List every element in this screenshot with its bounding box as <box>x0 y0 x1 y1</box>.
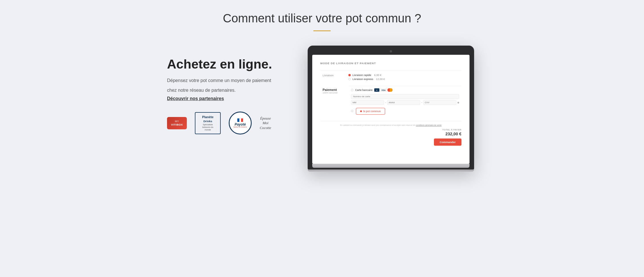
page-title: Comment utiliser votre pot commun ? <box>167 11 477 25</box>
laptop-screen: MODE DE LIVRAISON ET PAIEMENT Livraison … <box>312 55 470 164</box>
radio-express <box>348 78 351 80</box>
partner-payote: Payoté MADE IN FRANCE <box>229 112 252 134</box>
pot-commun-button[interactable]: le pot commun <box>356 108 385 115</box>
section-desc-1: Dépensez votre pot comme un moyen de pai… <box>167 77 288 84</box>
mastercard-icon <box>387 88 393 92</box>
title-underline <box>313 30 331 31</box>
option-rapide[interactable]: Livraison rapide 6,00 € <box>348 74 459 77</box>
option-express[interactable]: Livraison express 12,00 € <box>348 78 459 81</box>
payment-sub-label: 100% sécurisé <box>323 91 342 94</box>
card-chip-icon: ■ <box>374 88 379 92</box>
screen-section-title: MODE DE LIVRAISON ET PAIEMENT <box>320 62 461 65</box>
partner-script: Épouse Moi Cocotte <box>260 116 271 130</box>
radio-rapide <box>348 74 351 76</box>
visa-icon: VISA <box>380 88 387 92</box>
screen-footer: En validant la commande je déclare avoir… <box>320 121 461 146</box>
partners-link[interactable]: Découvrir nos partenaires <box>167 96 224 101</box>
card-month-input[interactable] <box>351 100 384 105</box>
partners-row: MY VITIBOX Planète Drinks Spécialiste bo… <box>167 112 288 134</box>
radio-pot <box>351 110 353 112</box>
commander-button[interactable]: Commander <box>434 138 461 146</box>
payment-label-col: Paiement 100% sécurisé <box>320 86 344 117</box>
livraison-row: Livraison Livraison rapide 6,00 € <box>320 71 461 85</box>
laptop: MODE DE LIVRAISON ET PAIEMENT Livraison … <box>308 46 474 172</box>
card-expiry-row: • • <box>351 100 459 105</box>
laptop-stand <box>308 169 474 172</box>
laptop-body: MODE DE LIVRAISON ET PAIEMENT Livraison … <box>308 46 474 169</box>
card-cvv-input[interactable] <box>423 100 456 105</box>
section-desc-2: chez notre réseau de partenaires. <box>167 87 288 94</box>
pot-commun-row: le pot commun <box>351 106 459 115</box>
right-column: MODE DE LIVRAISON ET PAIEMENT Livraison … <box>305 46 477 172</box>
legal-link[interactable]: conditions générales de vente <box>416 124 441 126</box>
pot-dot <box>360 110 362 112</box>
payment-main-label: Paiement <box>323 88 342 91</box>
card-dot <box>457 102 459 104</box>
card-year-input[interactable] <box>387 100 420 105</box>
card-icons: ■ VISA <box>374 88 393 92</box>
total-amount: 232,00 € <box>445 132 461 136</box>
pot-btn-label: le pot commun <box>363 110 381 113</box>
card-number-input[interactable] <box>351 94 459 99</box>
payment-section: Paiement 100% sécurisé Carte bancaire ■ <box>320 86 461 117</box>
payment-options: Carte bancaire ■ VISA <box>349 86 461 117</box>
card-number-row <box>351 94 459 99</box>
checkout-table: Livraison Livraison rapide 6,00 € <box>320 71 461 85</box>
footer-legal: En validant la commande je déclare avoir… <box>320 124 461 126</box>
left-column: Achetez en ligne. Dépensez votre pot com… <box>167 46 288 134</box>
footer-total-row: TOTAL À PAYER 232,00 € Commander <box>320 128 461 146</box>
radio-card <box>351 89 353 91</box>
laptop-camera <box>390 50 392 52</box>
partner-planete: Planète Drinks Spécialiste boissons du m… <box>195 112 221 134</box>
partner-vitibox: MY VITIBOX <box>167 117 187 130</box>
laptop-base <box>312 164 470 168</box>
page-header: Comment utiliser votre pot commun ? <box>167 11 477 31</box>
livraison-label: Livraison <box>320 71 346 85</box>
card-option[interactable]: Carte bancaire ■ VISA <box>351 88 459 92</box>
livraison-options: Livraison rapide 6,00 € Livraison expres… <box>346 71 461 85</box>
section-heading: Achetez en ligne. <box>167 57 288 71</box>
total-label: TOTAL À PAYER <box>442 128 461 131</box>
card-label: Carte bancaire <box>355 89 373 91</box>
